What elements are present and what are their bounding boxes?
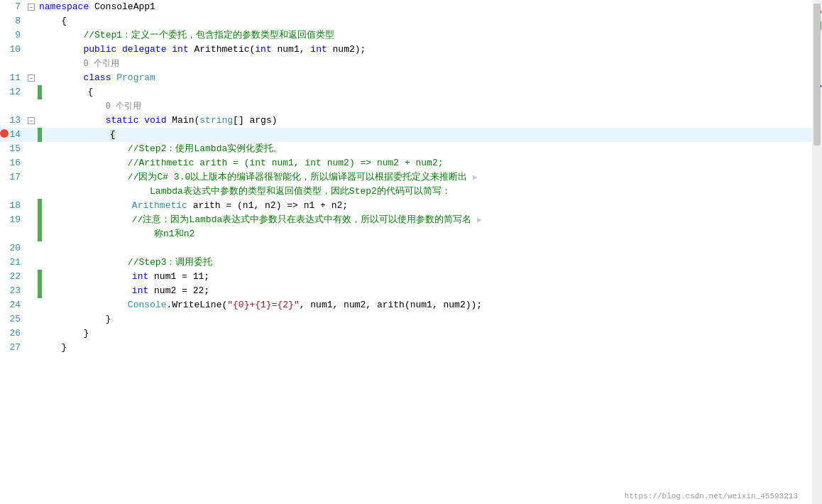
code-content: //Arithmetic arith = (int num1, int num2…: [38, 156, 806, 170]
code-content: }: [38, 327, 806, 341]
scrollbar-thumb[interactable]: [813, 4, 821, 146]
line-number: 20: [0, 241, 25, 256]
ref-count-line: 0 个引用: [38, 99, 806, 114]
fold-cell: [25, 28, 38, 43]
fold-cell: [25, 14, 38, 28]
line-number: 26: [0, 327, 25, 341]
fold-cell: [25, 341, 38, 355]
code-content: [38, 241, 806, 256]
line-row: 0 个引用: [0, 99, 812, 114]
line-number-cont: [0, 185, 25, 199]
line-number: [0, 57, 25, 71]
fold-cell: [25, 298, 38, 312]
code-content: public delegate int Arithmetic(int num1,…: [38, 43, 806, 57]
line-number: 25: [0, 312, 25, 327]
code-content: //Step1：定义一个委托，包含指定的参数类型和返回值类型: [38, 28, 806, 43]
line-number: 17: [0, 170, 25, 185]
scrollbar-track[interactable]: [813, 0, 821, 504]
line-number: 9: [0, 28, 25, 43]
fold-cell: [25, 312, 38, 327]
line-row: 26 }: [0, 327, 812, 341]
line-number: 11: [0, 71, 25, 85]
fold-cell: [25, 185, 38, 199]
line-row: 13 − static void Main(string[] args): [0, 114, 812, 128]
code-content: int num1 = 11;: [42, 270, 806, 284]
line-row: 12 {: [0, 85, 812, 99]
line-number: 12: [0, 85, 25, 99]
vertical-scrollbar[interactable]: [812, 0, 822, 504]
line-row: 11 − class Program: [0, 71, 812, 85]
line-row: 24 Console.WriteLine("{0}+{1}={2}", num1…: [0, 298, 812, 312]
watermark: https://blog.csdn.net/weixin_45593213: [625, 492, 798, 500]
line-number: 21: [0, 256, 25, 270]
code-content: Arithmetic arith = (n1, n2) => n1 + n2;: [42, 199, 806, 213]
line-row: 22 int num1 = 11;: [0, 270, 812, 284]
code-content-cont: Lambda表达式中参数的类型和返回值类型，因此Step2的代码可以简写：: [38, 185, 812, 199]
line-number: 19: [0, 213, 25, 227]
code-content: //因为C# 3.0以上版本的编译器很智能化，所以编译器可以根据委托定义来推断出…: [38, 170, 806, 185]
line-row: 18 Arithmetic arith = (n1, n2) => n1 + n…: [0, 199, 812, 213]
fold-button[interactable]: −: [28, 75, 35, 82]
line-number: 23: [0, 284, 25, 298]
fold-button[interactable]: −: [28, 4, 35, 11]
code-content: {: [42, 128, 806, 142]
fold-cell: [25, 270, 38, 284]
code-content: int num2 = 22;: [42, 284, 806, 298]
fold-cell: [25, 156, 38, 170]
fold-button[interactable]: −: [28, 117, 35, 124]
code-content: class Program: [38, 71, 806, 85]
line-number: 15: [0, 142, 25, 156]
line-row: 14 {: [0, 128, 812, 142]
code-content: static void Main(string[] args): [38, 114, 806, 128]
ref-count-line: 0 个引用: [38, 57, 812, 71]
line-row: 15 //Step2：使用Lambda实例化委托。: [0, 142, 812, 156]
line-row: 9 //Step1：定义一个委托，包含指定的参数类型和返回值类型: [0, 28, 812, 43]
fold-cell: [25, 57, 38, 71]
line-row: 27 }: [0, 341, 812, 355]
code-content: }: [38, 341, 806, 355]
fold-cell: [25, 199, 38, 213]
line-row: 20: [0, 241, 812, 256]
fold-cell: [25, 128, 38, 142]
fold-cell: [25, 327, 38, 341]
editor-container: 7 − namespace ConsoleApp1 8 { 9 //Step1：…: [0, 0, 822, 504]
fold-cell: [25, 213, 38, 227]
line-number: 16: [0, 156, 25, 170]
code-content: Console.WriteLine("{0}+{1}={2}", num1, n…: [38, 298, 806, 312]
fold-control[interactable]: −: [25, 71, 38, 85]
line-row: 21 //Step3：调用委托: [0, 256, 812, 270]
fold-cell: [25, 85, 38, 99]
line-number: [0, 99, 25, 114]
line-row: 23 int num2 = 22;: [0, 284, 812, 298]
line-row: 19 //注意：因为Lambda表达式中参数只在表达式中有效，所以可以使用参数的…: [0, 213, 812, 241]
line-number: 24: [0, 298, 25, 312]
line-row: 17 //因为C# 3.0以上版本的编译器很智能化，所以编译器可以根据委托定义来…: [0, 170, 812, 199]
fold-control[interactable]: −: [25, 114, 38, 128]
line-number-cont: [0, 227, 25, 241]
line-number: 10: [0, 43, 25, 57]
fold-cell: [25, 241, 38, 256]
code-content: {: [38, 14, 806, 28]
code-content: namespace ConsoleApp1: [38, 0, 806, 14]
code-content: //注意：因为Lambda表达式中参数只在表达式中有效，所以可以使用参数的简写名…: [42, 213, 806, 227]
line-row: 16 //Arithmetic arith = (int num1, int n…: [0, 156, 812, 170]
line-number: 18: [0, 199, 25, 213]
fold-control[interactable]: −: [25, 0, 38, 14]
code-content: }: [38, 312, 806, 327]
line-row: 25 }: [0, 312, 812, 327]
fold-cell: [25, 256, 38, 270]
fold-cell: [25, 142, 38, 156]
code-content: //Step3：调用委托: [38, 256, 806, 270]
line-row: 10 public delegate int Arithmetic(int nu…: [0, 43, 812, 71]
fold-cell: [25, 227, 38, 241]
fold-cell: [25, 43, 38, 57]
line-number: 27: [0, 341, 25, 355]
code-content: //Step2：使用Lambda实例化委托。: [38, 142, 806, 156]
line-number: 13: [0, 114, 25, 128]
line-number: 8: [0, 14, 25, 28]
line-number: 7: [0, 0, 25, 14]
code-content-cont: 称n1和n2: [42, 227, 812, 241]
fold-cell: [25, 99, 38, 114]
line-row: 8 {: [0, 14, 812, 28]
fold-cell: [25, 170, 38, 185]
